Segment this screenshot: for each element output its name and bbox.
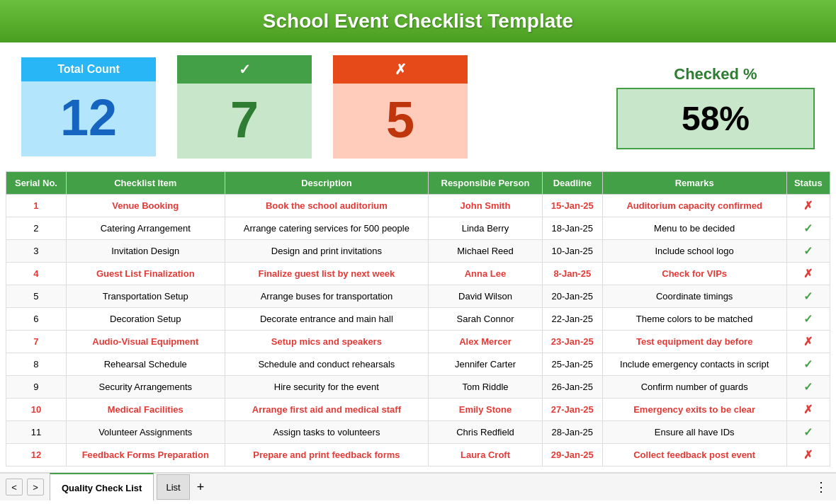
cell-serial: 10 [6,399,67,421]
col-person: Responsible Person [429,172,543,195]
cell-status: ✓ [786,421,830,444]
percent-value: 58% [616,88,815,149]
cell-deadline: 29-Jan-25 [542,444,602,466]
cell-description: Decorate entrance and main hall [225,308,429,331]
cell-deadline: 27-Jan-25 [542,399,602,421]
cell-serial: 9 [6,376,67,399]
table-row: 2 Catering Arrangement Arrange catering … [6,217,830,240]
cell-item: Feedback Forms Preparation [66,444,225,466]
cell-item: Security Arrangements [66,376,225,399]
cell-description: Hire security for the event [225,376,429,399]
status-check-icon: ✓ [803,290,813,302]
total-count-value: 12 [21,81,156,156]
cell-deadline: 20-Jan-25 [542,285,602,308]
cell-status: ✓ [786,240,830,263]
nav-next-button[interactable]: > [27,479,44,496]
cell-person: Tom Riddle [429,376,543,399]
table-row: 7 Audio-Visual Equipment Setup mics and … [6,331,830,353]
more-options-icon[interactable]: ⋮ [815,479,836,495]
col-serial: Serial No. [6,172,67,195]
stat-checked: ✓ 7 [177,55,312,159]
tab-list[interactable]: List [157,474,189,500]
cell-item: Venue Booking [66,195,225,217]
cell-item: Decoration Setup [66,308,225,331]
cell-remarks: Confirm number of guards [602,376,786,399]
cell-person: Anna Lee [429,263,543,285]
cell-person: David Wilson [429,285,543,308]
status-cross-icon: ✗ [803,403,813,416]
table-row: 9 Security Arrangements Hire security fo… [6,376,830,399]
cell-deadline: 15-Jan-25 [542,195,602,217]
cell-status: ✗ [786,444,830,466]
cell-person: Alex Mercer [429,331,543,353]
cell-remarks: Theme colors to be matched [602,308,786,331]
cell-serial: 5 [6,285,67,308]
page-title: School Event Checklist Template [0,10,836,33]
cell-item: Volunteer Assignments [66,421,225,444]
cell-deadline: 8-Jan-25 [542,263,602,285]
cell-person: Sarah Connor [429,308,543,331]
tab-quality-check-list[interactable]: Quality Check List [50,473,154,500]
cell-description: Setup mics and speakers [225,331,429,353]
cell-item: Medical Facilities [66,399,225,421]
status-cross-icon: ✗ [803,336,813,348]
cell-deadline: 18-Jan-25 [542,217,602,240]
cell-person: John Smith [429,195,543,217]
table-row: 6 Decoration Setup Decorate entrance and… [6,308,830,331]
checked-value: 7 [177,84,312,159]
status-check-icon: ✓ [803,358,813,370]
stats-row: Total Count 12 ✓ 7 ✗ 5 Checked % 58% [0,42,836,171]
stat-unchecked: ✗ 5 [333,55,468,159]
cell-remarks: Ensure all have IDs [602,421,786,444]
col-remarks: Remarks [602,172,786,195]
cell-status: ✓ [786,308,830,331]
status-cross-icon: ✗ [803,268,813,280]
stat-total-count: Total Count 12 [21,57,156,156]
cell-description: Schedule and conduct rehearsals [225,353,429,376]
table-header-row: Serial No. Checklist Item Description Re… [6,172,830,195]
cell-status: ✗ [786,331,830,353]
cell-remarks: Menu to be decided [602,217,786,240]
status-cross-icon: ✗ [803,449,813,461]
nav-prev-button[interactable]: < [6,479,23,496]
table-row: 5 Transportation Setup Arrange buses for… [6,285,830,308]
cell-person: Emily Stone [429,399,543,421]
app-wrapper: School Event Checklist Template Total Co… [0,0,836,500]
cell-item: Audio-Visual Equipment [66,331,225,353]
cell-status: ✓ [786,217,830,240]
cell-item: Rehearsal Schedule [66,353,225,376]
cell-item: Transportation Setup [66,285,225,308]
status-check-icon: ✓ [803,381,813,393]
cell-person: Laura Croft [429,444,543,466]
cell-remarks: Coordinate timings [602,285,786,308]
cell-remarks: Emergency exits to be clear [602,399,786,421]
cell-item: Guest List Finalization [66,263,225,285]
footer: < > Quality Check List List + ⋮ [0,472,836,500]
col-item: Checklist Item [66,172,225,195]
cell-serial: 7 [6,331,67,353]
table-row: 12 Feedback Forms Preparation Prepare an… [6,444,830,466]
cell-serial: 4 [6,263,67,285]
cell-remarks: Test equipment day before [602,331,786,353]
stat-percent: Checked % 58% [616,65,815,149]
cell-deadline: 23-Jan-25 [542,331,602,353]
cell-remarks: Include school logo [602,240,786,263]
status-check-icon: ✓ [803,245,813,257]
cell-serial: 11 [6,421,67,444]
cell-deadline: 28-Jan-25 [542,421,602,444]
footer-nav: < > [0,479,50,496]
cell-item: Invitation Design [66,240,225,263]
cell-status: ✗ [786,399,830,421]
cell-status: ✓ [786,285,830,308]
checklist-table: Serial No. Checklist Item Description Re… [6,171,830,466]
cell-description: Prepare and print feedback forms [225,444,429,466]
header: School Event Checklist Template [0,0,836,42]
cell-remarks: Check for VIPs [602,263,786,285]
add-sheet-button[interactable]: + [190,480,212,495]
cell-remarks: Collect feedback post event [602,444,786,466]
unchecked-value: 5 [333,84,468,159]
status-check-icon: ✓ [803,222,813,234]
cell-deadline: 26-Jan-25 [542,376,602,399]
cell-serial: 6 [6,308,67,331]
cell-serial: 8 [6,353,67,376]
